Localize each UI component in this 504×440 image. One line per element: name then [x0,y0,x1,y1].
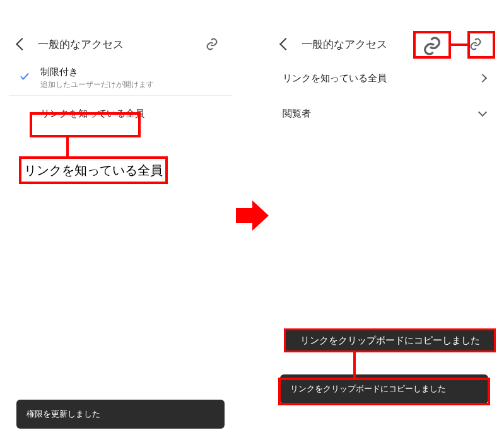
annot-label-anyone: リンクを知っている全員 [19,156,168,184]
restricted-sub: 追加したユーザーだけが開けます [40,79,222,90]
back-icon[interactable] [279,38,292,50]
chevron-right-icon [478,74,487,83]
back-icon[interactable] [16,38,28,50]
arrow-icon [236,199,269,232]
phone-right: 一般的なアクセス リンクを知っている全員 閲覧者 リンクをクリップボードにコピー… [273,0,496,440]
check-icon [19,71,30,85]
svg-marker-0 [236,200,269,231]
toast-text: リンクをクリップボードにコピーしました [290,384,446,393]
chevron-down-icon [478,108,487,117]
header: 一般的なアクセス [9,28,232,61]
restricted-title: 制限付き [40,66,222,78]
row-anyone-link[interactable]: リンクを知っている全員 [273,61,496,96]
header-title: 一般的なアクセス [302,37,464,52]
notch [273,0,496,13]
option-anyone[interactable]: リンクを知っている全員 [9,96,232,131]
header: 一般的なアクセス [273,28,496,61]
notch [9,0,232,13]
toast-text: 権限を更新しました [26,409,100,419]
phone-left: 一般的なアクセス 制限付き 追加したユーザーだけが開けます リンクを知っている全… [9,0,232,440]
row-main: 制限付き 追加したユーザーだけが開けます [40,66,222,90]
anyone-title: リンクを知っている全員 [40,108,222,120]
annot-label-copied: リンクをクリップボードにコピーしました [284,328,496,352]
header-title: 一般的なアクセス [38,37,201,52]
toast-right: リンクをクリップボードにコピーしました [280,374,488,403]
link-icon[interactable] [201,33,223,55]
option-restricted[interactable]: 制限付き 追加したユーザーだけが開けます [9,61,232,96]
anyone-title: リンクを知っている全員 [283,72,479,84]
toast-left: 権限を更新しました [16,400,225,429]
role-title: 閲覧者 [283,108,479,120]
link-icon[interactable] [464,33,487,55]
row-role[interactable]: 閲覧者 [273,96,496,131]
